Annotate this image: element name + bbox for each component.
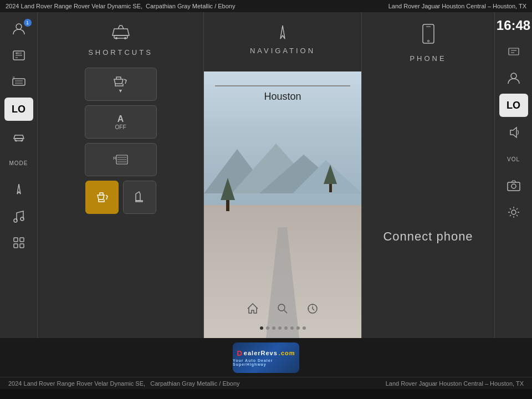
nav-dot-3 bbox=[272, 326, 275, 330]
dealer-logo-dot: .com bbox=[279, 350, 295, 356]
lo-button-left[interactable]: LO bbox=[4, 98, 33, 121]
nav-dot-6 bbox=[290, 326, 294, 330]
volume-button[interactable] bbox=[500, 121, 528, 144]
svg-point-33 bbox=[511, 73, 516, 79]
time-display: 16:48 bbox=[497, 18, 530, 33]
nav-home-button[interactable] bbox=[246, 302, 259, 319]
nav-dot-4 bbox=[278, 326, 282, 330]
nav-icon bbox=[11, 182, 27, 197]
brightness-button[interactable] bbox=[500, 40, 528, 63]
bottom-bar: D ealerRevs .com Your Auto Dealer SuperH… bbox=[0, 338, 532, 399]
climate-max-button[interactable]: MAX bbox=[5, 44, 33, 66]
mode-button[interactable]: MODE bbox=[5, 152, 33, 174]
seat-adjust-button[interactable] bbox=[123, 181, 156, 214]
profile2-icon bbox=[506, 70, 521, 86]
svg-rect-10 bbox=[14, 238, 18, 242]
recent-icon bbox=[306, 302, 319, 315]
shortcuts-grid: ▼ A OFF R bbox=[46, 68, 195, 214]
svg-rect-27 bbox=[329, 184, 332, 192]
navigation-button[interactable] bbox=[5, 178, 33, 201]
rear-heat-button[interactable]: R bbox=[85, 143, 157, 176]
right-tree bbox=[324, 165, 337, 192]
svg-rect-11 bbox=[20, 238, 24, 242]
settings-button[interactable] bbox=[500, 201, 528, 223]
nav-search-button[interactable] bbox=[276, 302, 289, 319]
dealer-logo-bar: D ealerRevs .com Your Auto Dealer SuperH… bbox=[0, 338, 532, 377]
svg-point-7 bbox=[21, 140, 22, 142]
climate-icon: MAX bbox=[11, 48, 27, 63]
nav-dot-8 bbox=[303, 326, 306, 330]
shortcut-row-3: R bbox=[85, 143, 157, 176]
phone-panel: PHONE Connect phone bbox=[362, 12, 494, 338]
lo-label-left: LO bbox=[12, 104, 25, 115]
nav-recent-button[interactable] bbox=[306, 302, 319, 319]
profile2-button[interactable] bbox=[500, 67, 528, 89]
nav-dot-2 bbox=[266, 326, 269, 330]
svg-text:MAX: MAX bbox=[16, 52, 22, 55]
phone-connect-text[interactable]: Connect phone bbox=[383, 229, 473, 244]
lo-label-right: LO bbox=[507, 100, 520, 111]
dealer-logo-tagline: Your Auto Dealer SuperHighway bbox=[233, 359, 299, 366]
tree-svg-left bbox=[219, 178, 236, 211]
volume-icon bbox=[506, 125, 521, 140]
shortcut-row-2: A OFF bbox=[85, 105, 157, 139]
nav-city: Houston bbox=[204, 91, 361, 103]
svg-rect-25 bbox=[226, 200, 229, 211]
caption-right: Land Rover Jaguar Houston Central – Hous… bbox=[386, 380, 524, 387]
lo-button-right[interactable]: LO bbox=[499, 94, 528, 117]
left-tree bbox=[219, 178, 236, 211]
svg-marker-26 bbox=[324, 165, 337, 184]
mode-label: MODE bbox=[9, 160, 28, 166]
vol-label: VOL bbox=[507, 156, 520, 162]
svg-point-35 bbox=[511, 184, 516, 188]
tree-svg-right bbox=[324, 165, 337, 192]
dealer-logo-d: D bbox=[237, 349, 242, 357]
caption-model: 2024 Land Rover Range Rover Velar Dynami… bbox=[8, 380, 145, 387]
shortcuts-title: SHORTCUTS bbox=[88, 48, 153, 57]
svg-point-36 bbox=[511, 210, 516, 214]
apps-icon bbox=[11, 235, 27, 250]
navigation-arrow-icon bbox=[273, 23, 293, 43]
rear-defroster-icon: R bbox=[11, 74, 27, 90]
rear-heat-icon: R bbox=[112, 153, 130, 166]
infotainment-screen: 1 MAX R LO bbox=[0, 12, 532, 338]
top-bar-left: 2024 Land Rover Range Rover Velar Dynami… bbox=[6, 3, 235, 9]
shortcuts-icon bbox=[110, 23, 132, 44]
navigation-panel: NAVIGATION bbox=[204, 12, 362, 338]
svg-rect-3 bbox=[13, 79, 25, 85]
home-icon bbox=[246, 302, 259, 315]
music-icon bbox=[11, 208, 27, 224]
seat-warm-icon bbox=[94, 190, 110, 205]
profile-button[interactable]: 1 bbox=[5, 18, 33, 40]
nav-header: NAVIGATION bbox=[244, 12, 321, 71]
svg-text:R: R bbox=[13, 76, 15, 79]
nav-dot-1 bbox=[260, 326, 263, 330]
right-sidebar: 16:48 LO VOL bbox=[494, 12, 532, 338]
nav-map[interactable]: Houston bbox=[204, 71, 361, 338]
seat-warm-button[interactable] bbox=[85, 181, 119, 214]
phone-title: PHONE bbox=[410, 54, 446, 63]
nav-bottom-icons bbox=[204, 302, 361, 319]
seat-icon-1 bbox=[112, 75, 130, 88]
music-button[interactable] bbox=[5, 205, 33, 227]
search-icon bbox=[276, 302, 289, 315]
caption-left: 2024 Land Rover Range Rover Velar Dynami… bbox=[8, 380, 240, 387]
car-button[interactable] bbox=[5, 125, 33, 147]
shortcut-row-4 bbox=[85, 181, 156, 214]
apps-button[interactable] bbox=[5, 232, 33, 254]
svg-rect-32 bbox=[509, 48, 519, 55]
shortcut-row-1: ▼ bbox=[85, 68, 157, 101]
camera-button[interactable] bbox=[500, 175, 528, 197]
car-model-top: 2024 Land Rover Range Rover Velar Dynami… bbox=[6, 3, 142, 9]
top-bar: 2024 Land Rover Range Rover Velar Dynami… bbox=[0, 0, 532, 12]
nav-dot-7 bbox=[296, 326, 300, 330]
auto-button[interactable]: A OFF bbox=[85, 105, 157, 139]
profile-badge: 1 bbox=[24, 19, 32, 27]
shortcuts-panel: SHORTCUTS ▼ bbox=[38, 12, 204, 338]
svg-marker-24 bbox=[221, 178, 235, 200]
rear-defroster-button[interactable]: R bbox=[5, 71, 33, 93]
seat-heat-button[interactable]: ▼ bbox=[85, 68, 157, 101]
bottom-caption: 2024 Land Rover Range Rover Velar Dynami… bbox=[0, 377, 532, 389]
caption-color: Carpathian Gray Metallic / Ebony bbox=[150, 380, 239, 387]
dealer-logo: D ealerRevs .com Your Auto Dealer SuperH… bbox=[233, 342, 299, 373]
